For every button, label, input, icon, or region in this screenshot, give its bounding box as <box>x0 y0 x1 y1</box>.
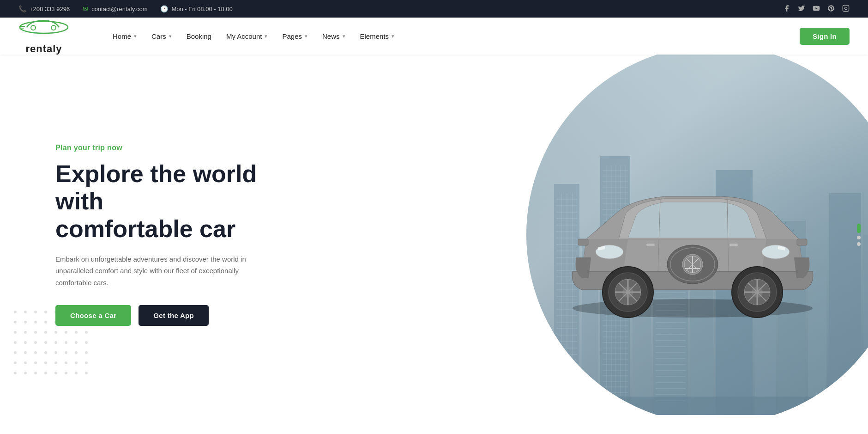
phone-icon: 📞 <box>18 5 26 12</box>
logo-link[interactable]: rentaly <box>18 17 69 55</box>
chevron-down-icon: ▾ <box>343 33 345 39</box>
dot <box>54 372 57 374</box>
nav-news[interactable]: News ▾ <box>316 29 352 44</box>
car-svg <box>536 128 850 322</box>
nav-home[interactable]: Home ▾ <box>106 29 143 44</box>
dot <box>24 331 27 334</box>
dot <box>65 341 67 344</box>
nav-cars[interactable]: Cars ▾ <box>145 29 178 44</box>
dot <box>54 351 57 354</box>
pinterest-link[interactable] <box>827 5 835 13</box>
dot <box>75 341 78 344</box>
dot <box>24 372 27 374</box>
dot <box>14 351 17 354</box>
nav-booking[interactable]: Booking <box>180 29 218 44</box>
nav-links: Home ▾ Cars ▾ Booking My Account ▾ Pages… <box>106 29 800 44</box>
instagram-link[interactable] <box>842 5 850 13</box>
dot <box>75 351 78 354</box>
social-links <box>783 5 850 13</box>
nav-elements[interactable]: Elements ▾ <box>354 29 401 44</box>
svg-point-5 <box>51 25 56 30</box>
phone-number: +208 333 9296 <box>30 6 70 12</box>
chevron-down-icon: ▾ <box>169 33 172 39</box>
scroll-dot <box>857 242 861 246</box>
dot <box>24 341 27 344</box>
twitter-link[interactable] <box>798 5 805 13</box>
logo-text: rentaly <box>25 43 62 55</box>
email-contact: ✉ contact@rentaly.com <box>83 5 147 12</box>
phone-contact: 📞 +208 333 9296 <box>18 5 70 12</box>
dot <box>44 331 47 334</box>
dot <box>85 351 88 354</box>
svg-rect-35 <box>578 239 588 245</box>
svg-rect-36 <box>797 239 807 245</box>
dot <box>34 341 37 344</box>
dot <box>65 351 67 354</box>
chevron-down-icon: ▾ <box>265 33 267 39</box>
dot <box>34 361 37 364</box>
email-icon: ✉ <box>83 5 88 12</box>
logo-wrapper: rentaly <box>18 17 69 55</box>
hero-buttons: Choose a Car Get the App <box>55 305 259 326</box>
hours-contact: 🕐 Mon - Fri 08.00 - 18.00 <box>160 5 232 12</box>
dot <box>14 341 17 344</box>
dot <box>24 361 27 364</box>
dot <box>44 351 47 354</box>
chevron-down-icon: ▾ <box>134 33 137 39</box>
dot <box>54 341 57 344</box>
dot <box>85 372 88 374</box>
dot <box>14 331 17 334</box>
svg-rect-1 <box>843 5 849 11</box>
dot <box>54 361 57 364</box>
get-app-button[interactable]: Get the App <box>139 305 209 326</box>
hero-subtitle: Plan your trip now <box>55 144 259 152</box>
dot <box>14 372 17 374</box>
dot <box>65 361 67 364</box>
dot <box>34 351 37 354</box>
dot <box>85 341 88 344</box>
svg-rect-40 <box>729 244 738 246</box>
email-address: contact@rentaly.com <box>91 6 147 12</box>
svg-rect-39 <box>646 244 655 246</box>
svg-point-4 <box>31 25 36 30</box>
dot <box>85 361 88 364</box>
dot <box>34 372 37 374</box>
navbar: rentaly Home ▾ Cars ▾ Booking My Account… <box>0 18 868 55</box>
hero-description: Embark on unforgettable adventures and d… <box>55 253 249 289</box>
nav-my-account[interactable]: My Account ▾ <box>220 29 274 44</box>
logo-icon <box>18 17 69 35</box>
dot <box>54 331 57 334</box>
dot <box>65 331 67 334</box>
dot <box>44 372 47 374</box>
scroll-indicator <box>857 224 861 246</box>
youtube-link[interactable] <box>813 5 820 13</box>
scroll-dot <box>857 236 861 239</box>
hero-car-image <box>536 128 850 322</box>
topbar-left: 📞 +208 333 9296 ✉ contact@rentaly.com 🕐 … <box>18 5 233 12</box>
hero-title: Explore the world with comfortable car <box>55 160 259 243</box>
scroll-dot-active <box>857 224 861 233</box>
dot <box>44 341 47 344</box>
dot <box>85 331 88 334</box>
dot <box>14 361 17 364</box>
dot <box>65 372 67 374</box>
nav-pages[interactable]: Pages ▾ <box>276 29 314 44</box>
hero-section: Plan your trip now Explore the world wit… <box>0 55 868 415</box>
dot <box>75 331 78 334</box>
chevron-down-icon: ▾ <box>392 33 394 39</box>
dot <box>75 372 78 374</box>
signin-button[interactable]: Sign In <box>800 28 850 45</box>
dot <box>75 361 78 364</box>
dot <box>44 361 47 364</box>
business-hours: Mon - Fri 08.00 - 18.00 <box>171 6 232 12</box>
choose-car-button[interactable]: Choose a Car <box>55 305 131 326</box>
facebook-link[interactable] <box>783 5 790 13</box>
hero-content: Plan your trip now Explore the world wit… <box>0 144 259 326</box>
topbar: 📞 +208 333 9296 ✉ contact@rentaly.com 🕐 … <box>0 0 868 18</box>
chevron-down-icon: ▾ <box>305 33 307 39</box>
clock-icon: 🕐 <box>160 5 168 12</box>
dot <box>34 331 37 334</box>
dot <box>24 351 27 354</box>
svg-point-18 <box>762 245 790 259</box>
